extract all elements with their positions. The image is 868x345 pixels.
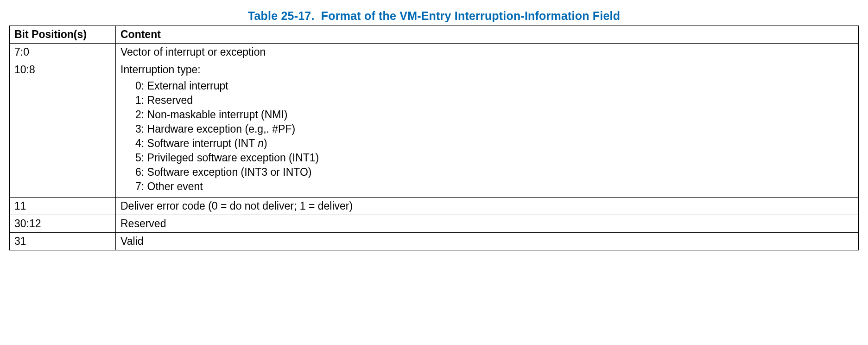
title-prefix: Table 25-17. [248,9,315,22]
bits-cell: 31 [10,233,116,250]
list-item: 7: Other event [135,179,854,194]
bits-cell: 7:0 [10,44,116,61]
content-cell: Valid [116,233,859,250]
content-cell: Vector of interrupt or exception [116,44,859,61]
list-item: 3: Hardware exception (e.g,. #PF) [135,122,854,136]
table-row: 11 Deliver error code (0 = do not delive… [10,198,859,215]
list-item: 2: Non-maskable interrupt (NMI) [135,108,854,122]
table-title: Table 25-17. Format of the VM-Entry Inte… [9,9,859,23]
header-content: Content [116,26,859,44]
bits-cell: 11 [10,198,116,215]
list-item: 5: Privileged software exception (INT1) [135,151,854,165]
table-row: 30:12 Reserved [10,215,859,233]
bitfield-table: Bit Position(s) Content 7:0 Vector of in… [9,26,859,250]
bits-cell: 10:8 [10,61,116,198]
header-row: Bit Position(s) Content [10,26,859,44]
list-item: 6: Software exception (INT3 or INTO) [135,165,854,179]
title-text: Format of the VM-Entry Interruption-Info… [321,9,620,22]
table-row: 10:8 Interruption type: 0: External inte… [10,61,859,198]
content-cell: Reserved [116,215,859,233]
bits-cell: 30:12 [10,215,116,233]
interruption-type-list: 0: External interrupt 1: Reserved 2: Non… [120,79,854,194]
list-item: 1: Reserved [135,93,854,108]
interruption-type-label: Interruption type: [120,64,201,76]
header-bit-positions: Bit Position(s) [10,26,116,44]
table-row: 7:0 Vector of interrupt or exception [10,44,859,61]
content-cell: Deliver error code (0 = do not deliver; … [116,198,859,215]
list-item: 0: External interrupt [135,79,854,93]
content-cell: Interruption type: 0: External interrupt… [116,61,859,198]
table-row: 31 Valid [10,233,859,250]
list-item: 4: Software interrupt (INT n) [135,136,854,151]
